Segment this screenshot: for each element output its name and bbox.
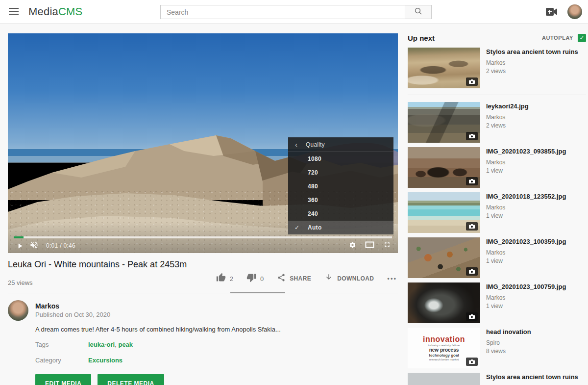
- camera-icon: [466, 267, 478, 276]
- thumb-down-icon: [246, 273, 256, 284]
- thumbnail-img-123552[interactable]: [408, 192, 480, 233]
- item-author[interactable]: Markos: [486, 59, 578, 66]
- item-title[interactable]: leykaori24.jpg: [486, 103, 529, 110]
- mute-button[interactable]: [26, 240, 41, 252]
- edit-media-button[interactable]: EDIT MEDIA: [35, 374, 91, 385]
- camera-icon: [466, 222, 478, 231]
- play-button[interactable]: [13, 242, 26, 250]
- more-options-icon: •••: [387, 275, 397, 282]
- item-title[interactable]: Stylos area ancient town ruins: [486, 373, 578, 381]
- download-label: DOWNLOAD: [337, 275, 374, 282]
- item-views: 1 view: [486, 303, 566, 309]
- autoplay-checkbox[interactable]: ✓: [578, 34, 586, 42]
- thumbnail-img-100759[interactable]: [408, 282, 480, 323]
- search-bar: [160, 5, 432, 19]
- quality-option-1080[interactable]: 1080: [288, 152, 393, 166]
- quality-menu-back[interactable]: ‹ Quality: [288, 137, 393, 152]
- autoplay-toggle: AUTOPLAY ✓: [542, 34, 586, 42]
- item-title[interactable]: IMG_20201018_123552.jpg: [486, 193, 566, 201]
- thumbnail-img-093855[interactable]: [408, 147, 480, 188]
- quality-option-auto[interactable]: ✓ Auto: [288, 221, 393, 234]
- related-item[interactable]: IMG_20201023_093855.jpg Markos 1 view: [408, 147, 586, 188]
- thumbnail-stylos-ruins[interactable]: [408, 48, 480, 88]
- thumbnail-leykaori24[interactable]: [408, 102, 480, 143]
- theater-mode-icon: [365, 241, 374, 250]
- related-item[interactable]: leykaori24.jpg Markos 2 views: [408, 102, 586, 143]
- camera-icon: [466, 358, 478, 366]
- settings-button[interactable]: [349, 241, 356, 251]
- fullscreen-button[interactable]: [383, 241, 391, 251]
- media-buttons: EDIT MEDIA DELETE MEDIA: [35, 374, 164, 385]
- section-divider: [8, 293, 398, 293]
- item-title[interactable]: Stylos area ancient town ruins: [486, 48, 578, 56]
- theater-mode-button[interactable]: [365, 241, 374, 250]
- category-excursions[interactable]: Excursions: [88, 357, 122, 364]
- item-title[interactable]: head inovation: [486, 328, 531, 336]
- quality-auto-label: Auto: [308, 224, 322, 231]
- quality-option-720[interactable]: 720: [288, 166, 393, 180]
- sidebar-divider: [408, 95, 586, 95]
- view-count: 25 views: [8, 279, 33, 286]
- user-avatar[interactable]: [567, 4, 582, 19]
- related-item[interactable]: Stylos area ancient town ruins: [408, 373, 586, 385]
- app-logo[interactable]: MediaCMS: [28, 5, 82, 18]
- up-next-heading: Up next: [408, 34, 435, 42]
- like-button[interactable]: 2: [216, 273, 233, 284]
- download-button[interactable]: DOWNLOAD: [324, 273, 374, 284]
- item-author[interactable]: Markos: [486, 294, 566, 301]
- tag-separator: ,: [115, 341, 117, 348]
- item-title[interactable]: IMG_20201023_100759.jpg: [486, 283, 566, 291]
- logo-media-text: Media: [28, 5, 58, 18]
- item-views: 8 views: [486, 348, 531, 355]
- item-views: 2 views: [486, 122, 529, 129]
- related-item[interactable]: IMG_20201023_100759.jpg Markos 1 view: [408, 282, 586, 323]
- thumbnail-head-inovation[interactable]: innovation industry creativity failure n…: [408, 328, 480, 368]
- author-name[interactable]: Markos: [35, 302, 59, 310]
- item-title[interactable]: IMG_20201023_100359.jpg: [486, 238, 566, 246]
- quality-option-240[interactable]: 240: [288, 207, 393, 221]
- menu-icon[interactable]: [9, 8, 19, 15]
- volume-muted-icon: [29, 240, 39, 252]
- category-label: Category: [35, 357, 61, 364]
- thumbnail-stylos-ruins-2[interactable]: [408, 373, 480, 385]
- video-player[interactable]: ‹ Quality 1080 720 480 360 240 ✓ Auto 0:…: [8, 33, 398, 253]
- item-title[interactable]: IMG_20201023_093855.jpg: [486, 148, 566, 155]
- related-item[interactable]: IMG_20201018_123552.jpg Markos 1 view: [408, 192, 586, 233]
- top-bar: MediaCMS: [0, 0, 588, 24]
- wordcloud-line: innovation: [423, 335, 465, 343]
- related-item[interactable]: innovation industry creativity failure n…: [408, 328, 586, 368]
- item-author[interactable]: Spiro: [486, 339, 531, 346]
- quality-option-480[interactable]: 480: [288, 180, 393, 193]
- search-input[interactable]: [160, 5, 405, 19]
- item-views: 1 view: [486, 257, 566, 264]
- check-icon: ✓: [294, 221, 299, 234]
- tags-label: Tags: [35, 341, 49, 348]
- dislike-button[interactable]: 0: [246, 273, 264, 284]
- search-icon: [414, 7, 423, 18]
- tag-leuka-ori[interactable]: leuka-ori: [88, 341, 115, 348]
- delete-media-button[interactable]: DELETE MEDIA: [98, 374, 164, 385]
- upload-media-icon[interactable]: [546, 7, 558, 16]
- dislike-count: 0: [260, 275, 264, 282]
- share-button[interactable]: SHARE: [277, 273, 311, 284]
- related-item[interactable]: IMG_20201023_100359.jpg Markos 1 view: [408, 237, 586, 278]
- item-views: 2 views: [486, 68, 578, 75]
- rating-underline: [230, 292, 285, 293]
- thumb-up-icon: [216, 273, 226, 284]
- wordcloud-line: research better market: [429, 358, 459, 361]
- author-avatar[interactable]: [8, 300, 28, 321]
- thumbnail-img-100359[interactable]: [408, 237, 480, 278]
- item-author[interactable]: Markos: [486, 204, 566, 211]
- more-options-button[interactable]: •••: [387, 275, 397, 282]
- item-views: 1 view: [486, 212, 566, 219]
- quality-option-360[interactable]: 360: [288, 193, 393, 207]
- video-details: Leuka Ori - White mountains - Peak at 24…: [8, 259, 398, 385]
- item-author[interactable]: Markos: [486, 249, 566, 256]
- tag-peak[interactable]: peak: [118, 341, 133, 348]
- item-author[interactable]: Markos: [486, 159, 566, 166]
- item-author[interactable]: Markos: [486, 114, 529, 121]
- search-button[interactable]: [405, 5, 432, 19]
- camera-icon: [466, 132, 478, 140]
- wordcloud-line: new process: [429, 347, 459, 353]
- up-next-item[interactable]: Stylos area ancient town ruins Markos 2 …: [408, 48, 586, 88]
